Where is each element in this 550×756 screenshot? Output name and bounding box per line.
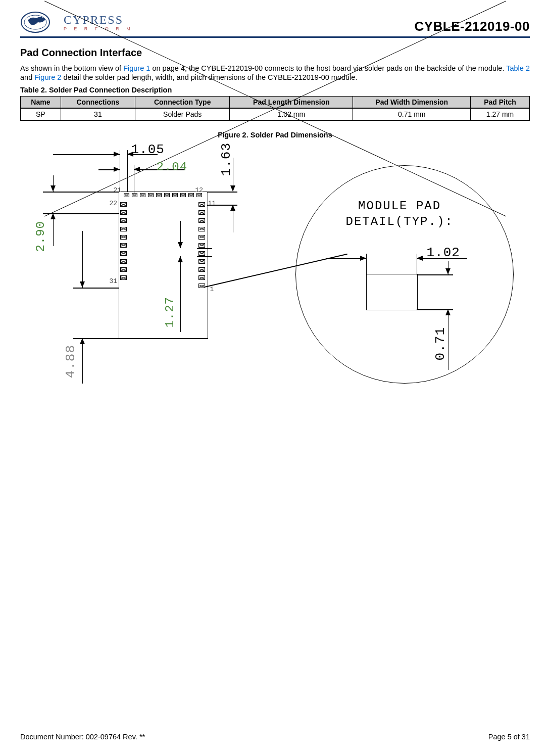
th-width: Pad Width Dimension (353, 97, 471, 108)
td-length: 1.02 mm (230, 109, 353, 120)
pin-31-label: 31 (110, 277, 118, 285)
figure-caption: Figure 2. Solder Pad Dimensions (20, 131, 530, 139)
para-text: As shown in the bottom view of (20, 64, 123, 72)
detail-pad-rect (366, 274, 418, 310)
dim-1-05: 1.05 (131, 142, 165, 157)
pin-12-label: 12 (195, 186, 204, 194)
th-name: Name (21, 97, 61, 108)
page-number: Page 5 of 31 (488, 733, 530, 741)
section-title: Pad Connection Interface (20, 47, 530, 59)
pin-21-label: 21 (114, 186, 122, 194)
figure-2-link[interactable]: Figure 2 (34, 73, 61, 81)
td-name: SP (21, 109, 61, 120)
dim-1-63: 1.63 (219, 143, 234, 176)
pin-1-label: 1 (210, 286, 214, 293)
dim-0-71: 0.71 (433, 327, 448, 360)
dim-2-04: 2.04 (157, 160, 188, 174)
page-header: CYPRESS P E R F O R M CYBLE-212019-00 (20, 10, 530, 38)
pad-col-right (198, 202, 205, 288)
th-length: Pad Length Dimension (230, 97, 353, 108)
logo: CYPRESS P E R F O R M (20, 10, 133, 34)
detail-title: MODULE PAD DETAIL(TYP.): (346, 198, 454, 229)
dim-1-02: 1.02 (427, 245, 460, 260)
figure-1-link[interactable]: Figure 1 (123, 64, 150, 72)
solder-pad-table: Name Connections Connection Type Pad Len… (20, 96, 530, 121)
td-type: Solder Pads (135, 109, 230, 120)
page-footer: Document Number: 002-09764 Rev. ** Page … (20, 733, 530, 741)
dim-1-27: 1.27 (163, 297, 177, 328)
table-row: SP 31 Solder Pads 1.02 mm 0.71 mm 1.27 m… (21, 109, 530, 120)
doc-number: Document Number: 002-09764 Rev. ** (20, 733, 145, 741)
logo-icon (20, 10, 61, 34)
td-connections: 31 (61, 109, 135, 120)
th-connections: Connections (61, 97, 135, 108)
intro-paragraph: As shown in the bottom view of Figure 1 … (20, 64, 530, 82)
para-text: and (20, 73, 34, 81)
figure-drawing: 21 12 22 11 31 1 1.05 2.04 1.63 (23, 145, 528, 428)
pad-row-top (124, 193, 202, 197)
table-caption: Table 2. Solder Pad Connection Descripti… (20, 86, 530, 94)
th-type: Connection Type (135, 97, 230, 108)
para-text: on page 4, the CYBLE-212019-00 connects … (150, 64, 506, 72)
pin-11-label: 11 (208, 200, 216, 207)
dim-2-90: 2.90 (34, 221, 47, 252)
table-header-row: Name Connections Connection Type Pad Len… (21, 97, 530, 108)
dim-4-88: 4.88 (63, 345, 78, 378)
td-width: 0.71 mm (353, 109, 471, 120)
td-pitch: 1.27 mm (471, 109, 530, 120)
table-2-link[interactable]: Table 2 (506, 64, 530, 72)
pin-22-label: 22 (110, 200, 118, 207)
th-pitch: Pad Pitch (471, 97, 530, 108)
part-number: CYBLE-212019-00 (414, 19, 530, 34)
logo-tagline: P E R F O R M (64, 27, 133, 31)
pad-col-left (120, 202, 127, 280)
